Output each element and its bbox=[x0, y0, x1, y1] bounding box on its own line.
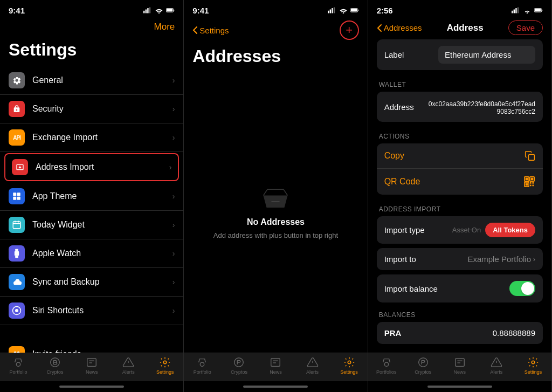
tab-alerts-2[interactable]: Alerts bbox=[294, 356, 331, 375]
svg-rect-53 bbox=[456, 359, 465, 367]
battery-icon bbox=[166, 7, 175, 13]
tab-news-3[interactable]: News bbox=[441, 356, 478, 375]
settings-item-invite[interactable]: Invite friends › bbox=[0, 340, 183, 353]
tab-news-label-1: News bbox=[86, 369, 98, 375]
status-bar-3: 2:56 bbox=[368, 0, 551, 18]
invite-label: Invite friends bbox=[32, 349, 172, 353]
status-icons-3 bbox=[512, 7, 543, 13]
address-detail-panel: 2:56 Addresses Address Save Label WALLET bbox=[368, 0, 552, 392]
back-to-addresses-button[interactable]: Addresses bbox=[377, 23, 422, 32]
balances-section-header: BALANCES bbox=[377, 307, 543, 322]
import-to-row[interactable]: Import to Example Portfolio › bbox=[377, 248, 543, 270]
tab-news-2[interactable]: News bbox=[257, 356, 294, 375]
svg-rect-23 bbox=[329, 9, 330, 13]
balance-amount-pra: 0.88888889 bbox=[493, 328, 535, 338]
tab-alerts-3[interactable]: Alerts bbox=[478, 356, 515, 375]
svg-rect-11 bbox=[15, 251, 19, 256]
portfolios-icon-3 bbox=[381, 356, 392, 368]
apple-watch-label: Apple Watch bbox=[32, 249, 172, 258]
svg-point-56 bbox=[532, 361, 535, 364]
tab-news-1[interactable]: News bbox=[73, 356, 110, 375]
tab-portfolio-2[interactable]: Portfolio bbox=[184, 356, 220, 375]
actions-section-header: ACTIONS bbox=[377, 128, 543, 143]
siri-shortcuts-chevron: › bbox=[172, 306, 175, 315]
settings-item-app-theme[interactable]: App Theme › bbox=[0, 182, 183, 211]
settings-item-address-import[interactable]: Address Import › bbox=[4, 153, 179, 181]
empty-subtitle: Add address with plus button in top righ… bbox=[203, 231, 349, 239]
address-detail-title: Address bbox=[422, 23, 508, 33]
portfolio-icon-2 bbox=[196, 356, 208, 368]
settings-item-sync-backup[interactable]: Sync and Backup › bbox=[0, 268, 183, 297]
settings-panel: 9:41 More Settings General › Security › bbox=[0, 0, 184, 392]
svg-rect-0 bbox=[143, 11, 144, 13]
siri-shortcuts-label: Siri Shortcuts bbox=[32, 306, 172, 315]
cryptos-icon-3 bbox=[417, 356, 429, 368]
settings-tab-icon-2 bbox=[343, 356, 355, 368]
tab-settings-label-2: Settings bbox=[340, 369, 358, 375]
tab-settings-3[interactable]: Settings bbox=[515, 356, 551, 375]
svg-rect-27 bbox=[351, 9, 357, 11]
svg-rect-10 bbox=[13, 222, 20, 229]
svg-rect-25 bbox=[333, 7, 334, 13]
tab-alerts-1[interactable]: Alerts bbox=[110, 356, 147, 375]
add-address-button[interactable]: + bbox=[340, 20, 359, 40]
tab-cryptos-2[interactable]: Cryptos bbox=[220, 356, 257, 375]
tab-cryptos-3[interactable]: Cryptos bbox=[405, 356, 441, 375]
signal-icon-3 bbox=[512, 7, 520, 13]
tab-settings-2[interactable]: Settings bbox=[331, 356, 368, 375]
settings-item-apple-watch[interactable]: Apple Watch › bbox=[0, 239, 183, 268]
qr-code-icon bbox=[523, 176, 535, 188]
today-widget-icon bbox=[9, 217, 25, 233]
settings-item-general[interactable]: General › bbox=[0, 66, 183, 95]
tab-portfolio-1[interactable]: Portfolio bbox=[0, 356, 37, 375]
wifi-icon-3 bbox=[523, 7, 532, 13]
tab-settings-label-3: Settings bbox=[525, 369, 542, 375]
time-3: 2:56 bbox=[377, 6, 393, 15]
back-to-settings-button[interactable]: Settings bbox=[192, 26, 229, 35]
wifi-icon-2 bbox=[339, 7, 348, 13]
status-icons-2 bbox=[328, 7, 359, 13]
import-type-row: Import type Asset On All Tokens bbox=[377, 216, 543, 244]
settings-tab-icon-3 bbox=[527, 356, 539, 368]
tab-portfolios-3[interactable]: Portfolios bbox=[368, 356, 405, 375]
balance-row-pra: PRA 0.88888889 bbox=[377, 322, 543, 344]
qr-code-action[interactable]: QR Code bbox=[377, 169, 543, 195]
label-input[interactable] bbox=[438, 46, 535, 64]
import-type-badge[interactable]: All Tokens bbox=[485, 223, 535, 237]
address-row: Address 0xc02aaa39b223fe8d0a0e5c4f27ead9… bbox=[384, 98, 535, 115]
settings-item-siri-shortcuts[interactable]: Siri Shortcuts › bbox=[0, 297, 183, 325]
status-icons-1 bbox=[143, 7, 175, 13]
add-icon: + bbox=[346, 24, 353, 36]
addresses-title: Addresses bbox=[184, 44, 367, 73]
status-bar-1: 9:41 bbox=[0, 0, 183, 18]
home-indicator-2 bbox=[184, 381, 367, 392]
tab-bar-3: Portfolios Cryptos News Alerts Settings bbox=[368, 353, 551, 381]
invite-icon bbox=[9, 346, 25, 353]
settings-item-security[interactable]: Security › bbox=[0, 95, 183, 123]
general-label: General bbox=[32, 75, 172, 85]
svg-rect-42 bbox=[526, 178, 528, 181]
status-bar-2: 9:41 bbox=[184, 0, 367, 18]
svg-rect-3 bbox=[149, 7, 150, 13]
settings-item-today-widget[interactable]: Today Widget › bbox=[0, 211, 183, 239]
back-chevron-icon-3 bbox=[377, 24, 382, 32]
wallet-section-header: WALLET bbox=[377, 77, 543, 92]
copy-action[interactable]: Copy bbox=[377, 143, 543, 169]
wallet-section: Address 0xc02aaa39b223fe8d0a0e5c4f27ead9… bbox=[377, 92, 543, 122]
svg-rect-48 bbox=[532, 182, 534, 184]
tab-bar-2: Portfolio Cryptos News Alerts Settings bbox=[184, 353, 367, 381]
tab-alerts-label-1: Alerts bbox=[122, 369, 135, 375]
settings-item-exchange-import[interactable]: API Exchange Import › bbox=[0, 123, 183, 152]
apple-watch-icon bbox=[9, 245, 25, 262]
save-button[interactable]: Save bbox=[508, 20, 543, 35]
import-balance-toggle[interactable] bbox=[509, 281, 535, 296]
tab-cryptos-1[interactable]: Cryptos bbox=[37, 356, 73, 375]
tab-portfolios-label-3: Portfolios bbox=[376, 369, 397, 375]
address-value[interactable]: 0xc02aaa39b223fe8d0a0e5c4f27ead9083c756c… bbox=[427, 100, 535, 115]
exchange-import-icon: API bbox=[9, 129, 25, 146]
import-to-value: Example Portfolio bbox=[467, 255, 531, 264]
svg-rect-40 bbox=[528, 155, 534, 161]
more-button[interactable]: More bbox=[154, 22, 175, 32]
tab-settings-1[interactable]: Settings bbox=[147, 356, 183, 375]
tab-alerts-label-2: Alerts bbox=[306, 369, 319, 375]
